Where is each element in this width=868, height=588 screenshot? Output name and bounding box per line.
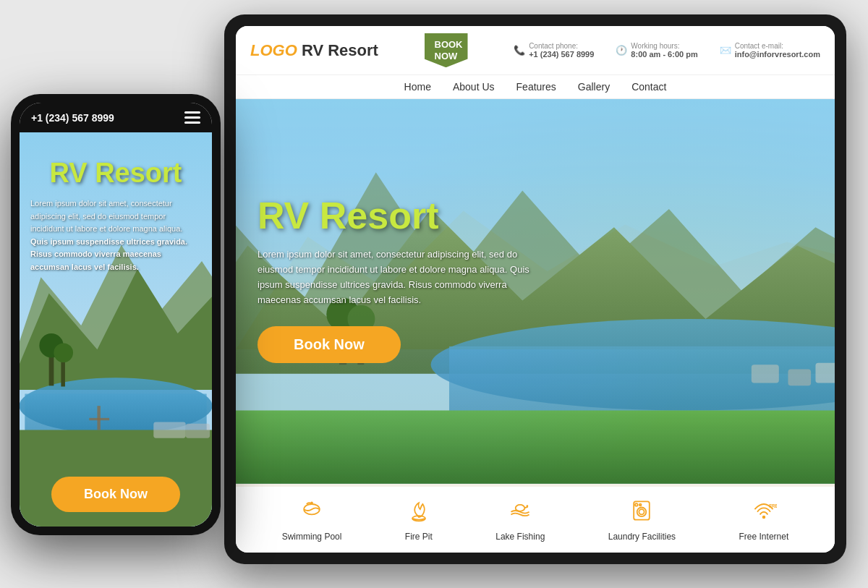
- email-icon: ✉️: [720, 45, 731, 56]
- email-value: info@inforvresort.com: [735, 50, 820, 59]
- nav-about[interactable]: About Us: [453, 81, 495, 93]
- nav-gallery[interactable]: Gallery: [578, 81, 610, 93]
- svg-rect-36: [89, 418, 109, 420]
- phone-hero-content: RV Resort Lorem ipsum dolor sit amet, co…: [20, 147, 212, 285]
- tablet-logo: LOGO RV Resort: [250, 41, 378, 60]
- hours-label: Working hours:: [631, 42, 697, 50]
- logo-text: RV Resort: [297, 41, 378, 59]
- tablet-hero: RV Resort Lorem ipsum dolor sit amet, co…: [236, 99, 835, 484]
- svg-marker-5: [236, 411, 835, 484]
- clock-icon: 🕐: [616, 45, 627, 56]
- svg-point-14: [310, 501, 313, 504]
- wifi-icon: FREE: [751, 498, 777, 527]
- tablet-nav: Home About Us Features Gallery Contact: [236, 75, 835, 99]
- laundry-icon: [629, 498, 655, 527]
- tablet-hero-content: RV Resort Lorem ipsum dolor sit amet, co…: [258, 195, 532, 362]
- amenity-fishing-label: Lake Fishing: [495, 532, 545, 542]
- amenity-fire-label: Fire Pit: [405, 532, 433, 542]
- tablet-hero-title: RV Resort: [258, 195, 532, 237]
- svg-point-20: [639, 509, 644, 514]
- svg-rect-11: [788, 370, 811, 386]
- svg-rect-38: [186, 424, 210, 438]
- book-now-badge[interactable]: BOOK NOW: [425, 33, 468, 67]
- amenity-pool-label: Swimming Pool: [282, 532, 342, 542]
- svg-point-21: [635, 503, 638, 506]
- tablet-hero-desc: Lorem ipsum dolor sit amet, consectetur …: [258, 247, 532, 307]
- phone-hero: RV Resort Lorem ipsum dolor sit amet, co…: [20, 132, 212, 527]
- phone-value: +1 (234) 567 8999: [529, 50, 594, 59]
- amenity-free-internet: FREE Free Internet: [739, 498, 789, 542]
- contact-email: ✉️ Contact e-mail: info@inforvresort.com: [720, 42, 820, 59]
- hamburger-icon[interactable]: [184, 111, 200, 124]
- phone-number: +1 (234) 567 8999: [31, 112, 114, 124]
- svg-point-22: [639, 504, 642, 506]
- svg-point-23: [762, 516, 766, 519]
- tablet-amenities: Swimming Pool Fire Pit: [236, 484, 835, 553]
- swimming-pool-icon: [299, 498, 325, 527]
- amenity-lake-fishing: Lake Fishing: [495, 498, 545, 542]
- svg-text:FREE: FREE: [769, 503, 777, 508]
- phone-device: +1 (234) 567 8999: [11, 94, 221, 535]
- tablet-screen: LOGO RV Resort BOOK NOW 📞 Contact phone:…: [236, 26, 835, 553]
- nav-contact[interactable]: Contact: [631, 81, 666, 93]
- phone-hero-title: RV Resort: [30, 158, 201, 189]
- amenity-laundry-label: Laundry Facilities: [608, 532, 676, 542]
- phone-screen: +1 (234) 567 8999: [20, 103, 212, 527]
- svg-rect-10: [752, 365, 779, 383]
- nav-home[interactable]: Home: [404, 81, 431, 93]
- svg-point-34: [54, 343, 73, 362]
- svg-point-16: [516, 505, 525, 511]
- amenity-laundry: Laundry Facilities: [608, 498, 676, 542]
- phone-label: Contact phone:: [529, 42, 594, 50]
- amenity-internet-label: Free Internet: [739, 532, 789, 542]
- contact-bar: 📞 Contact phone: +1 (234) 567 8999 🕐 Wor…: [514, 42, 820, 59]
- svg-point-17: [527, 505, 529, 507]
- tablet-topbar: LOGO RV Resort BOOK NOW 📞 Contact phone:…: [236, 26, 835, 75]
- svg-rect-37: [153, 422, 185, 438]
- amenity-swimming-pool: Swimming Pool: [282, 498, 342, 542]
- email-label: Contact e-mail:: [735, 42, 820, 50]
- contact-phone: 📞 Contact phone: +1 (234) 567 8999: [514, 42, 594, 59]
- phone-icon: 📞: [514, 45, 525, 56]
- amenity-fire-pit: Fire Pit: [405, 498, 433, 542]
- nav-features[interactable]: Features: [516, 81, 556, 93]
- logo-highlight: LOGO: [250, 41, 297, 59]
- phone-book-now-button[interactable]: Book Now: [51, 477, 180, 512]
- contact-hours: 🕐 Working hours: 8:00 am - 6:00 pm: [616, 42, 697, 59]
- scene: LOGO RV Resort BOOK NOW 📞 Contact phone:…: [0, 0, 868, 588]
- svg-rect-12: [815, 363, 835, 383]
- phone-header: +1 (234) 567 8999: [20, 103, 212, 132]
- phone-hero-desc: Lorem ipsum dolor sit amet, consectetur …: [30, 197, 201, 274]
- fire-pit-icon: [406, 498, 432, 527]
- tablet-book-now-button[interactable]: Book Now: [258, 326, 401, 363]
- tablet-device: LOGO RV Resort BOOK NOW 📞 Contact phone:…: [224, 14, 846, 564]
- lake-fishing-icon: [507, 498, 533, 527]
- hours-value: 8:00 am - 6:00 pm: [631, 50, 697, 59]
